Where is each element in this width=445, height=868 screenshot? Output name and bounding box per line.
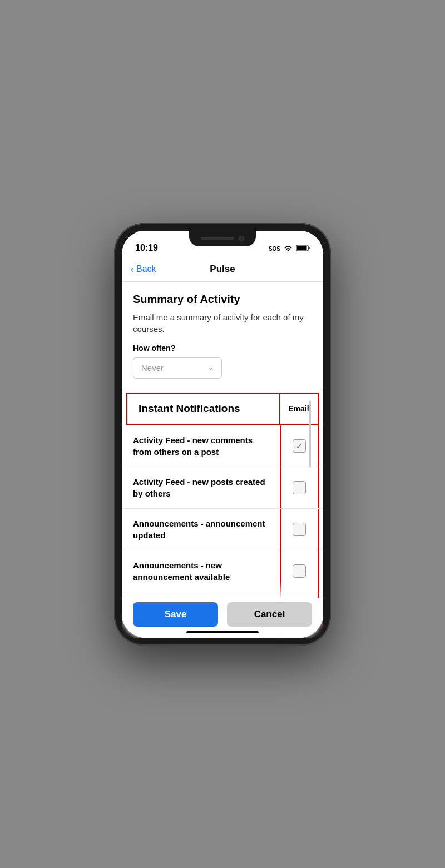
battery-icon <box>296 245 310 253</box>
back-label: Back <box>136 264 156 274</box>
speaker <box>201 237 234 240</box>
instant-notifications-header: Instant Notifications Email <box>122 388 323 425</box>
email-label: Email <box>288 404 309 413</box>
svg-rect-1 <box>297 246 307 250</box>
checkbox-col-3 <box>280 550 319 592</box>
frequency-label: How often? <box>133 344 312 353</box>
notification-text-0: Activity Feed - new comments from others… <box>122 425 280 467</box>
notification-text-2: Announcements - announcement updated <box>122 509 280 550</box>
frequency-dropdown[interactable]: Never ⌄ <box>133 357 222 379</box>
svg-rect-2 <box>309 247 310 249</box>
checkbox-1[interactable] <box>293 481 306 494</box>
checkbox-0[interactable]: ✓ <box>293 439 306 453</box>
status-time: 10:19 <box>135 243 158 253</box>
page-title: Pulse <box>210 264 235 275</box>
back-button[interactable]: ‹ Back <box>131 264 156 275</box>
nav-bar: ‹ Back Pulse <box>122 257 323 282</box>
notification-text-1: Activity Feed - new posts created by oth… <box>122 467 280 508</box>
checkbox-col-2 <box>280 509 319 550</box>
phone-shell: 10:19 SOS ‹ <box>114 223 331 646</box>
notification-row-1: Activity Feed - new posts created by oth… <box>122 467 323 509</box>
sos-icon: SOS <box>269 246 280 252</box>
status-icons: SOS <box>269 245 310 253</box>
notification-row-0: Activity Feed - new comments from others… <box>122 425 323 467</box>
checkmark-icon-0: ✓ <box>296 442 303 450</box>
home-indicator <box>186 631 259 633</box>
scroll-indicator <box>309 401 311 468</box>
instant-notifications-title: Instant Notifications <box>139 403 240 414</box>
instant-title-box: Instant Notifications <box>126 393 280 425</box>
summary-title: Summary of Activity <box>133 293 312 306</box>
checkbox-2[interactable] <box>293 523 306 536</box>
notification-row-2: Announcements - announcement updated <box>122 509 323 550</box>
checkbox-col-0: ✓ <box>280 425 319 467</box>
email-column-header: Email <box>280 393 319 425</box>
summary-description: Email me a summary of activity for each … <box>133 311 312 335</box>
cancel-button[interactable]: Cancel <box>227 602 312 627</box>
camera <box>239 236 244 241</box>
save-button[interactable]: Save <box>133 602 218 627</box>
main-content: Summary of Activity Email me a summary o… <box>122 282 323 638</box>
notch <box>189 231 256 246</box>
checkbox-col-1 <box>280 467 319 508</box>
back-chevron-icon: ‹ <box>131 264 134 275</box>
phone-screen: 10:19 SOS ‹ <box>122 231 323 638</box>
frequency-value: Never <box>141 363 164 373</box>
notification-row-3: Announcements - new announcement availab… <box>122 550 323 592</box>
summary-section: Summary of Activity Email me a summary o… <box>122 282 323 388</box>
chevron-down-icon: ⌄ <box>208 364 214 371</box>
checkbox-3[interactable] <box>293 564 306 578</box>
notification-text-3: Announcements - new announcement availab… <box>122 550 280 592</box>
wifi-icon <box>284 245 293 253</box>
